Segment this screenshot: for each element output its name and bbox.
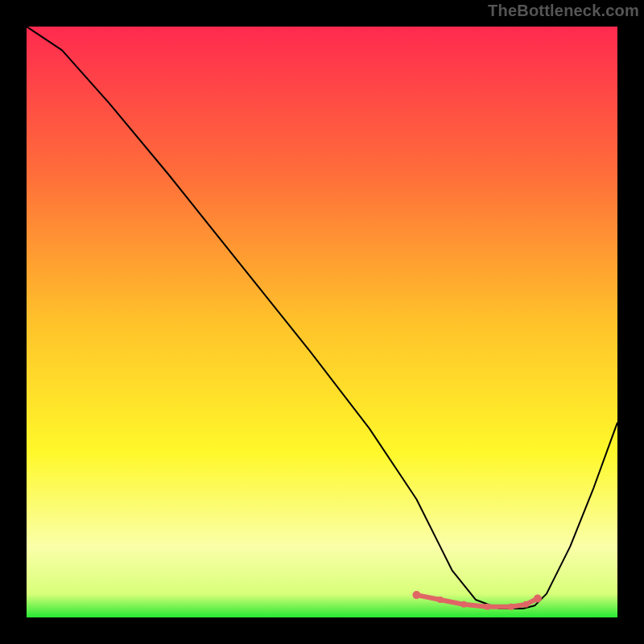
highlight-point-3	[485, 604, 491, 610]
gradient-background	[27, 27, 617, 617]
highlight-point-2	[460, 601, 467, 608]
chart-svg	[27, 27, 617, 617]
watermark-text: TheBottleneck.com	[488, 2, 639, 20]
highlight-point-5	[522, 601, 529, 608]
highlight-point-1	[437, 597, 444, 603]
plot-area	[27, 27, 617, 617]
highlight-point-6	[534, 595, 542, 603]
highlight-segment-2	[464, 605, 487, 607]
chart-frame: TheBottleneck.com	[0, 0, 644, 644]
highlight-point-0	[412, 591, 420, 599]
highlight-point-4	[508, 604, 514, 610]
